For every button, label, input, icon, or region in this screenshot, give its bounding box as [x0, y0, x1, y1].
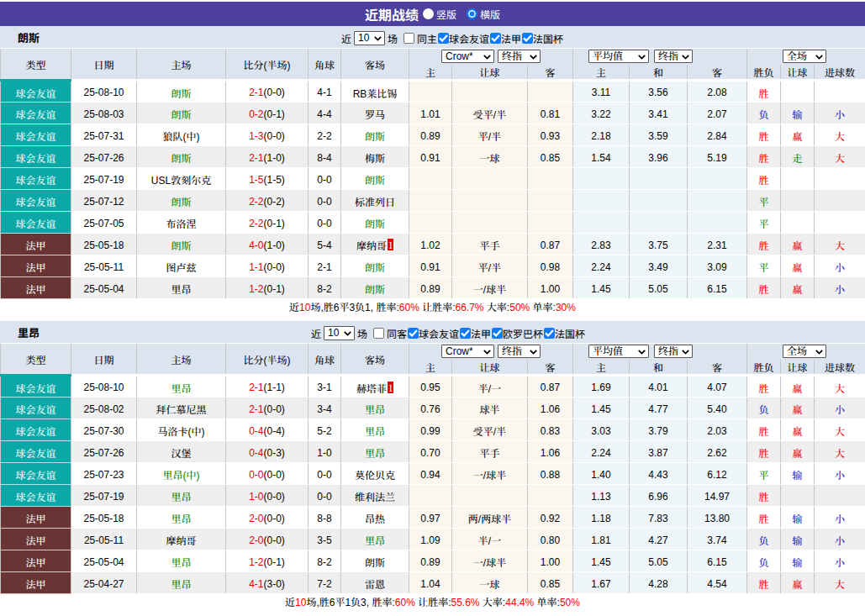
competition-label-1: 法甲 — [471, 326, 491, 340]
match-count-select[interactable]: 10 — [324, 326, 355, 340]
match-score: 2-1(1-1) — [226, 376, 309, 398]
ft-element: 4-1 — [249, 578, 263, 590]
t-r-element: 胜 — [759, 492, 769, 503]
corner-score: 5-4 — [309, 234, 341, 255]
odds-group-header: Crow*终指 — [409, 344, 573, 360]
span-element: (0-0) — [264, 513, 285, 524]
competition-checkbox-1[interactable] — [490, 33, 501, 44]
avg-draw-value: 3.87 — [630, 441, 688, 463]
competition-checkbox-1[interactable] — [460, 328, 471, 339]
odds-home-value — [409, 81, 452, 103]
odds-away-value: 0.80 — [528, 529, 573, 550]
home-team: 里昂 — [137, 572, 226, 594]
competition-checkbox-3[interactable] — [544, 328, 555, 339]
avg-draw-value: 3.41 — [630, 103, 688, 124]
t-r-element: 赢 — [793, 262, 803, 274]
summary-segment: 场,胜6平3负1, 胜率: — [310, 302, 398, 313]
ft-element: 0-2 — [249, 108, 263, 120]
corner-score: 0-0 — [309, 212, 341, 234]
span-element: (0-0) — [264, 261, 285, 273]
average-kind-select[interactable]: 平均值 — [588, 345, 649, 358]
span-element: 拜仁慕尼黑 — [156, 404, 206, 416]
odds-home-value: 0.76 — [409, 398, 452, 419]
match-score: 0-4(0-4) — [226, 419, 309, 441]
result-handicap-value: 赢 — [781, 234, 815, 255]
result-wdl-value: 负 — [747, 550, 781, 572]
average-kind-select-wrap: 平均值 — [588, 50, 649, 63]
avg-home-value: 1.45 — [573, 550, 630, 572]
away-team: 朗斯 — [341, 277, 409, 299]
result-wdl-value: 胜 — [747, 507, 781, 529]
avg-draw-value: 3.79 — [630, 419, 688, 441]
sub-header-avg-draw: 和 — [630, 65, 688, 81]
odds-home-value: 0.95 — [409, 376, 452, 398]
match-score: 2-2(0-2) — [226, 190, 309, 212]
path-element — [462, 330, 469, 335]
result-wdl-value: 胜 — [747, 572, 781, 594]
competition-checkbox-2[interactable] — [522, 33, 533, 44]
competition-checkbox-0[interactable] — [438, 33, 449, 44]
match-date: 25-07-31 — [71, 124, 137, 146]
hsel-element: 平均值终指 — [573, 49, 746, 64]
match-count-select-wrap: 10 — [354, 31, 385, 45]
match-date: 25-05-18 — [71, 507, 137, 529]
average-time-select[interactable]: 终指 — [654, 345, 693, 358]
average-time-select-wrap: 终指 — [654, 50, 693, 63]
match-type: 球会友谊 — [1, 124, 71, 146]
odds-time-select[interactable]: 终指 — [498, 50, 541, 63]
home-team: 狼队(中) — [137, 124, 226, 146]
average-kind-select[interactable]: 平均值 — [588, 50, 649, 63]
hl-element: 朗斯 — [365, 284, 385, 296]
match-score: 2-1(0-0) — [226, 398, 309, 419]
t-b-element: 小 — [835, 404, 845, 416]
path-element — [493, 330, 501, 335]
hl-element: 里昂 — [365, 426, 385, 438]
span-element: 赫塔菲 — [356, 383, 387, 395]
ft-element: 1-2 — [249, 283, 263, 295]
summary-segment: 44.4% — [505, 597, 534, 608]
odds-home-value — [409, 212, 452, 234]
avg-home-value: 1.18 — [573, 507, 630, 529]
result-scope-select[interactable]: 全场 — [783, 50, 826, 63]
t-b-element: 小 — [835, 262, 845, 274]
span-element: 罗马 — [365, 109, 385, 121]
match-type: 球会友谊 — [1, 485, 71, 507]
odds-home-value: 0.91 — [409, 146, 452, 168]
competition-checkbox-0[interactable] — [408, 328, 419, 339]
layout-radio-horizontal[interactable] — [467, 8, 477, 19]
average-time-select[interactable]: 终指 — [654, 50, 693, 63]
competition-checkbox-2[interactable] — [492, 328, 503, 339]
same-venue-checkbox[interactable] — [403, 33, 414, 44]
competition-label-0: 球会友谊 — [419, 326, 459, 340]
away-team: 赫塔菲1 — [341, 376, 409, 398]
t-r-element: 胜 — [759, 175, 769, 187]
odds-home-value: 1.09 — [409, 529, 452, 550]
home-team: 里昂(中) — [137, 463, 226, 485]
t-r-element: 大 — [835, 131, 845, 143]
span-element: (1-0) — [264, 240, 285, 251]
hsel-element: 全场 — [747, 344, 865, 359]
t-g-element: 走 — [793, 153, 803, 165]
away-team: 里昂 — [341, 441, 409, 463]
match-count-select[interactable]: 10 — [354, 31, 385, 45]
odds-company-select[interactable]: Crow* — [441, 50, 494, 63]
match-date: 25-08-02 — [71, 398, 137, 419]
odds-time-select[interactable]: 终指 — [498, 345, 541, 358]
avg-away-value — [688, 168, 747, 190]
col-header-date: 日期 — [71, 344, 137, 376]
hl-element: 里昂 — [365, 404, 385, 416]
layout-radio-group: 竖版横版 — [419, 7, 500, 21]
same-venue-checkbox[interactable] — [373, 328, 384, 339]
result-scope-select[interactable]: 全场 — [783, 345, 826, 358]
avg-away-value: 2.84 — [688, 124, 747, 146]
corner-score: 0-0 — [309, 485, 341, 507]
layout-radio-vertical[interactable] — [423, 8, 434, 19]
home-team: 朗斯 — [137, 234, 226, 255]
home-team: 图卢兹 — [137, 255, 226, 277]
match-score: 0-2(0-1) — [226, 103, 309, 124]
odds-company-select[interactable]: Crow* — [441, 345, 494, 358]
odds-away-value: 1.06 — [528, 441, 573, 463]
match-type: 法甲 — [1, 277, 71, 299]
away-team: 罗马 — [341, 103, 409, 124]
match-score: 1-2(0-1) — [226, 277, 309, 299]
